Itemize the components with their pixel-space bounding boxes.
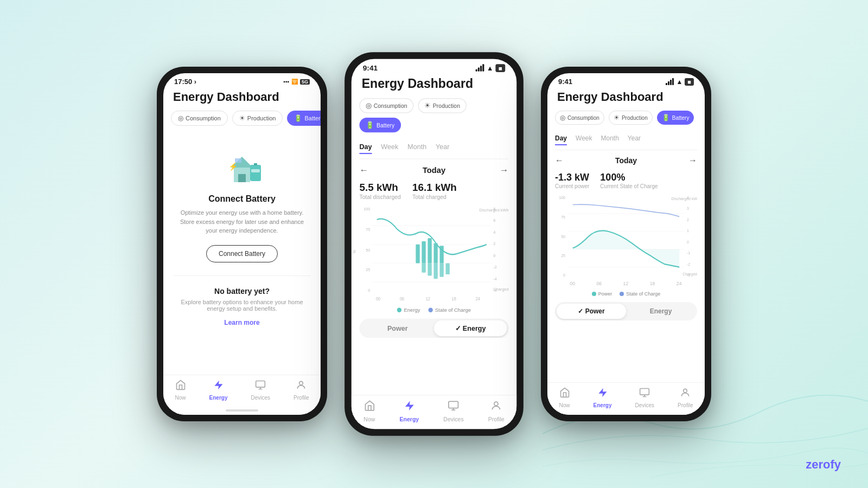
energy-icon-1 [213, 380, 224, 393]
time-tab-day-3[interactable]: Day [555, 134, 567, 145]
prev-arrow-2[interactable]: ← [359, 165, 368, 175]
signal-icon-1: ▪▪▪ [283, 79, 289, 85]
tab-devices-1[interactable]: Devices [251, 380, 271, 401]
svg-text:18: 18 [650, 280, 655, 286]
svg-rect-22 [427, 263, 431, 275]
tab-energy-1[interactable]: Energy [209, 380, 228, 401]
battery-icon-1: 5G [300, 79, 310, 85]
devices-icon-1 [255, 380, 266, 393]
page-title-3: Energy Dashboard [547, 88, 705, 111]
no-battery-section-1: No battery yet? Explore battery options … [163, 276, 321, 338]
tab-now-2[interactable]: Now [363, 400, 375, 422]
tab-energy-2[interactable]: Energy [400, 400, 419, 422]
tab-now-1[interactable]: Now [175, 380, 186, 401]
time-tab-month-2[interactable]: Month [407, 143, 426, 154]
tab-energy-label-1: Energy [209, 395, 228, 401]
svg-point-47 [684, 389, 687, 393]
legend-power-label-3: Power [598, 291, 612, 297]
phone-2-screen: 9:41 ▲ ■ Energy Dashboard [352, 59, 517, 429]
screen-body-2: Day Week Month Year ← Today → [352, 139, 517, 395]
status-bar-1: 17:50 › ▪▪▪ 🛜 5G [163, 73, 321, 88]
pill-consumption-label-2: Consumption [374, 102, 407, 109]
pill-consumption-3[interactable]: ◎ Consumption [555, 111, 604, 125]
stat-soc-value-3: 100% [600, 172, 658, 183]
screen-body-3: Day Week Month Year ← Today → [547, 131, 705, 382]
profile-icon-2 [490, 400, 502, 414]
y-label-pct-2: % [359, 207, 361, 293]
screen-body-1: ⚡ Connect Battery Optimize your energy u… [163, 132, 321, 375]
status-time-1: 17:50 › [174, 78, 196, 86]
tab-now-label-1: Now [175, 395, 186, 401]
check-icon-2: ✓ [455, 324, 463, 332]
pill-production-3[interactable]: ☀ Production [609, 111, 653, 125]
connect-battery-button-1[interactable]: Connect Battery [206, 245, 278, 262]
chart-area-3: 1007550250 43210-1-2-3 Discharged kW Cha… [555, 196, 697, 288]
svg-point-11 [299, 381, 303, 385]
svg-rect-5 [251, 169, 260, 172]
time-tab-day-2[interactable]: Day [359, 143, 372, 154]
pill-consumption-2[interactable]: ◎ Consumption [359, 98, 413, 113]
battery-illustration-1: ⚡ [218, 149, 266, 187]
sun-icon-3: ☀ [614, 114, 620, 121]
pill-battery-3[interactable]: 🔋 Battery [657, 111, 694, 125]
pill-production-1[interactable]: ☀ Production [232, 111, 283, 126]
check-icon-3: ✓ [578, 307, 585, 315]
svg-text:12: 12 [426, 296, 430, 302]
status-time-3: 9:41 [558, 78, 572, 86]
svg-rect-31 [449, 401, 458, 408]
phone-1: 17:50 › ▪▪▪ 🛜 5G Energy Dashboard ◎ Cons… [157, 67, 327, 421]
stat-charged-value-2: 16.1 kWh [412, 182, 457, 194]
time-tab-week-3[interactable]: Week [576, 134, 592, 145]
tab-profile-3[interactable]: Profile [678, 387, 693, 408]
home-icon-1 [175, 380, 186, 393]
pill-consumption-1[interactable]: ◎ Consumption [171, 111, 228, 126]
pill-production-label-1: Production [247, 115, 276, 121]
battery-pill-icon-3: 🔋 [662, 114, 670, 121]
legend-energy-dot-2 [397, 308, 401, 312]
sun-icon-1: ☀ [239, 114, 245, 122]
pill-consumption-label-3: Consumption [567, 115, 599, 121]
stat-charged-2: 16.1 kWh Total charged [412, 182, 457, 201]
stat-power-value-3: -1.3 kW [555, 172, 589, 183]
toggle-energy-3[interactable]: Energy [626, 304, 695, 319]
prev-arrow-3[interactable]: ← [555, 156, 564, 165]
tab-now-3[interactable]: Now [559, 387, 570, 408]
svg-point-34 [494, 402, 498, 406]
tab-devices-2[interactable]: Devices [443, 400, 463, 422]
toggle-energy-2[interactable]: ✓ Energy [434, 320, 507, 336]
pill-battery-1[interactable]: 🔋 Battery [287, 111, 321, 126]
tab-devices-label-2: Devices [443, 416, 463, 422]
toggle-power-3[interactable]: ✓ Power [557, 304, 626, 319]
next-arrow-2[interactable]: → [500, 165, 509, 175]
next-arrow-3[interactable]: → [688, 156, 697, 165]
wifi-icon-3: ▲ [676, 78, 682, 86]
tab-energy-3[interactable]: Energy [593, 387, 612, 408]
toggle-power-2[interactable]: Power [361, 320, 434, 336]
pill-production-2[interactable]: ☀ Production [418, 98, 467, 113]
svg-rect-25 [446, 263, 450, 274]
tab-bar-3: Now Energy Devices [547, 382, 705, 415]
tab-profile-2[interactable]: Profile [488, 400, 505, 422]
page-title-1: Energy Dashboard [163, 88, 321, 111]
toggle-row-3: ✓ Power Energy [555, 302, 697, 320]
time-tab-year-3[interactable]: Year [628, 134, 641, 145]
pill-battery-2[interactable]: 🔋 Battery [359, 118, 400, 132]
time-tab-year-2[interactable]: Year [436, 143, 449, 154]
tab-profile-1[interactable]: Profile [293, 380, 309, 401]
dashboard-content-2: Day Week Month Year ← Today → [352, 139, 517, 338]
tab-devices-3[interactable]: Devices [635, 387, 655, 408]
svg-rect-18 [427, 238, 431, 263]
learn-more-link-1[interactable]: Learn more [224, 319, 259, 326]
svg-rect-3 [250, 165, 261, 181]
stat-soc-label-3: Current State of Charge [600, 183, 658, 189]
time-tab-month-3[interactable]: Month [601, 134, 618, 145]
consumption-icon-3: ◎ [560, 114, 565, 121]
svg-rect-44 [640, 389, 649, 395]
svg-text:06: 06 [400, 296, 404, 302]
time-tab-week-2[interactable]: Week [381, 143, 398, 154]
energy-icon-2 [404, 400, 415, 414]
y-labels-left-3: 1007550250 [555, 196, 567, 277]
pill-production-label-2: Production [433, 102, 460, 109]
no-battery-desc-1: Explore battery options to enhance your … [176, 299, 308, 312]
svg-text:⚡: ⚡ [228, 162, 238, 171]
